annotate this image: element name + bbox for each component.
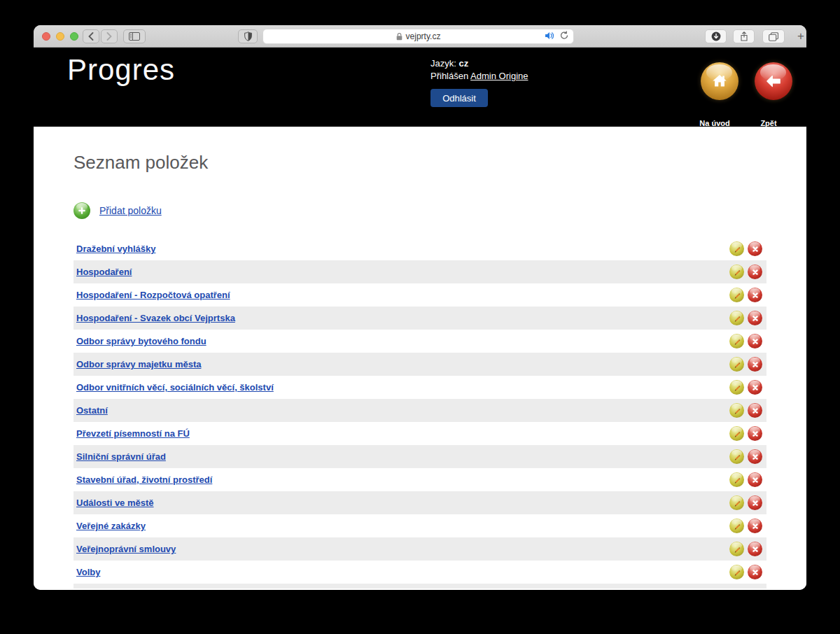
home-nav-button[interactable]: Na úvod [687,62,743,100]
add-plus-icon[interactable] [74,202,90,219]
privacy-shield-icon[interactable] [238,29,258,43]
item-list: Dražební vyhláškyHospodařeníHospodaření … [74,237,766,589]
back-nav-label: Zpět [741,119,797,127]
item-actions [729,241,762,256]
edit-icon[interactable] [729,288,744,302]
address-bar[interactable]: vejprty.cz [262,29,574,44]
edit-icon[interactable] [729,426,744,441]
edit-icon[interactable] [729,495,744,510]
list-item: Volby [74,561,766,584]
item-actions [729,265,762,279]
list-item: Hospodaření - Rozpočtová opatření [74,283,766,307]
item-link[interactable]: Stavební úřad, životní prostředí [76,474,212,485]
item-actions [729,519,762,533]
list-item: Silniční správní úřad [74,445,766,468]
delete-icon[interactable] [748,357,762,372]
page-content: Seznam položek Přidat položku Dražební v… [34,127,806,590]
item-actions [729,472,762,487]
downloads-icon[interactable] [705,29,727,43]
home-icon [701,62,738,100]
list-item: Veřejné zakázky [74,514,766,537]
delete-icon[interactable] [748,403,762,418]
item-link[interactable]: Převzetí písemností na FÚ [76,428,190,439]
item-link[interactable]: Události ve městě [76,498,154,508]
account-info: Jazyk: cz Přihlášen Admin Origine [430,57,528,83]
list-item-partial [74,584,766,589]
item-link[interactable]: Hospodaření - Svazek obcí Vejprtska [76,313,235,323]
edit-icon[interactable] [729,472,744,487]
item-link[interactable]: Odbor správy majetku města [76,359,201,369]
edit-icon[interactable] [729,265,744,279]
back-nav-button[interactable]: Zpět [741,62,797,100]
page-title: Seznam položek [74,152,766,173]
delete-icon[interactable] [748,265,762,279]
delete-icon[interactable] [748,380,762,395]
add-item-link[interactable]: Přidat položku [99,205,162,216]
delete-icon[interactable] [748,334,762,348]
list-item: Stavební úřad, životní prostředí [74,468,766,491]
edit-icon[interactable] [729,449,744,464]
minimize-window-button[interactable] [56,32,64,41]
item-link[interactable]: Silniční správní úřad [76,451,166,462]
item-link[interactable]: Dražební vyhlášky [76,244,155,254]
logged-user-link[interactable]: Admin Origine [470,71,528,81]
edit-icon[interactable] [729,403,744,418]
close-window-button[interactable] [42,32,50,41]
item-link[interactable]: Veřejnoprávní smlouvy [76,544,176,554]
item-actions [729,357,762,372]
item-link[interactable]: Veřejné zakázky [76,521,146,531]
list-item: Odbor správy bytového fondu [74,330,766,353]
item-actions [729,311,762,325]
list-item: Hospodaření [74,260,766,283]
list-item: Ostatní [74,399,766,422]
edit-icon[interactable] [729,542,744,556]
home-nav-label: Na úvod [687,119,743,127]
delete-icon[interactable] [748,519,762,533]
logout-button[interactable]: Odhlásit [430,89,488,107]
tab-overview-icon[interactable] [762,29,785,43]
reload-icon[interactable] [560,31,568,42]
add-item-row: Přidat položku [74,202,766,219]
language-value: cz [458,58,468,69]
new-tab-button[interactable]: + [792,29,806,43]
edit-icon[interactable] [729,334,744,348]
list-item: Veřejnoprávní smlouvy [74,537,766,561]
delete-icon[interactable] [748,426,762,441]
item-link[interactable]: Odbor vnitřních věcí, sociálních věcí, š… [76,382,274,393]
delete-icon[interactable] [748,472,762,487]
delete-icon[interactable] [748,241,762,256]
item-actions [729,495,762,510]
delete-icon[interactable] [748,495,762,510]
item-link[interactable]: Hospodaření [76,267,132,277]
audio-speaker-icon[interactable] [545,31,554,42]
sidebar-toggle-button[interactable] [123,29,146,43]
edit-icon[interactable] [729,357,744,372]
zoom-window-button[interactable] [70,32,78,41]
item-link[interactable]: Volby [76,567,100,577]
language-line: Jazyk: cz [430,57,528,70]
edit-icon[interactable] [729,519,744,533]
delete-icon[interactable] [748,311,762,325]
edit-icon[interactable] [729,380,744,395]
item-link[interactable]: Ostatní [76,405,108,416]
url-text: vejprty.cz [406,31,441,41]
delete-icon[interactable] [748,565,762,579]
edit-icon[interactable] [729,241,744,256]
edit-icon[interactable] [729,311,744,325]
login-line: Přihlášen Admin Origine [430,70,528,83]
padlock-icon [396,33,402,41]
forward-button[interactable] [101,29,118,43]
back-button[interactable] [83,29,99,43]
item-actions [729,565,762,579]
list-item: Odbor vnitřních věcí, sociálních věcí, š… [74,376,766,399]
list-item: Dražební vyhlášky [74,237,766,260]
item-actions [729,449,762,464]
delete-icon[interactable] [748,542,762,556]
list-item: Odbor správy majetku města [74,353,766,376]
item-link[interactable]: Hospodaření - Rozpočtová opatření [76,290,230,300]
share-icon[interactable] [733,29,755,43]
delete-icon[interactable] [748,449,762,464]
item-link[interactable]: Odbor správy bytového fondu [76,336,206,346]
delete-icon[interactable] [748,288,762,302]
edit-icon[interactable] [729,565,744,579]
